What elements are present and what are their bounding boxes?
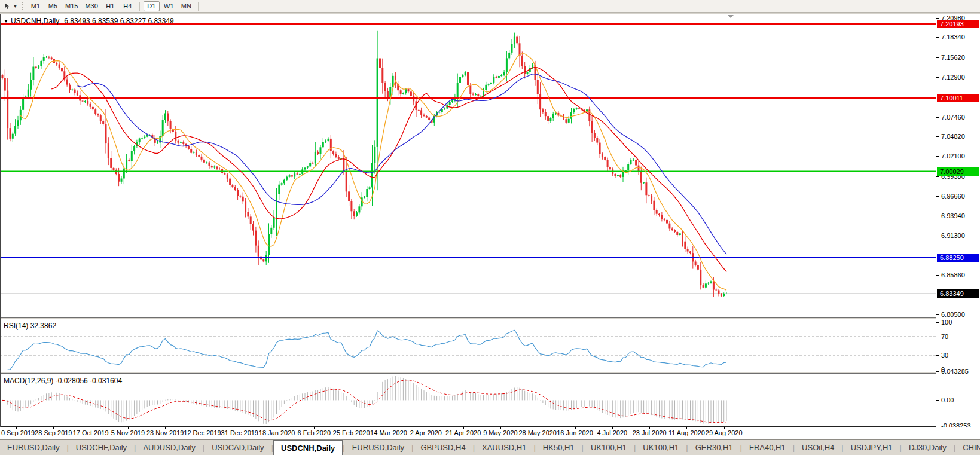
rsi-chart-canvas <box>0 319 936 372</box>
timeframe-h1-button[interactable]: H1 <box>102 1 118 11</box>
price-tick-label: 7.04820 <box>941 132 965 141</box>
price-tick-label: 7.12900 <box>941 73 965 81</box>
price-chart-pane[interactable]: ▼USDCNH,Daily6.83493 6.83539 6.83227 6.8… <box>0 14 936 317</box>
tick-mark <box>936 176 939 177</box>
tab-usdcad-daily[interactable]: USDCAD,Daily <box>204 440 271 455</box>
tab-usdcnh-daily[interactable]: USDCNH,Daily <box>273 440 343 455</box>
rsi-tick-label: 100 <box>941 318 952 326</box>
tick-mark <box>936 322 939 323</box>
tab-usdchf-daily[interactable]: USDCHF,Daily <box>69 440 134 455</box>
pane-separator <box>0 317 980 318</box>
tick-mark <box>936 37 939 38</box>
timeframe-buttons: M1M5M15M30H1H4D1W1MN <box>27 1 202 11</box>
tab-ger30-h1[interactable]: GER30,H1 <box>688 440 740 455</box>
tab-xauusd-h1[interactable]: XAUUSD,H1 <box>475 440 533 455</box>
tab-uk100-h1[interactable]: UK100,H1 <box>584 440 634 455</box>
chart-symbol: USDCNH,Daily <box>11 17 59 25</box>
timeframe-m1-button[interactable]: M1 <box>28 1 44 11</box>
toolbar-grip <box>22 2 23 10</box>
price-tick-label: 7.18340 <box>941 33 965 41</box>
price-tick-label: 7.07460 <box>941 113 965 121</box>
date-label: 2 Apr 2020 <box>410 429 442 436</box>
time-scale[interactable]: 10 Sep 201928 Sep 201917 Oct 20195 Nov 2… <box>0 427 980 439</box>
tab-dj30-daily[interactable]: DJ30,Daily <box>902 440 954 455</box>
timeframe-h4-button[interactable]: H4 <box>120 1 136 11</box>
tick-mark <box>936 77 939 78</box>
tick-mark <box>936 400 939 401</box>
tick-mark <box>936 371 939 372</box>
price-badge: 7.10011 <box>937 94 979 102</box>
price-scale[interactable]: 7.209807.183407.156207.129007.074607.048… <box>936 14 980 427</box>
timeframe-d1-button[interactable]: D1 <box>144 1 160 11</box>
date-label: 25 Feb 2020 <box>333 429 370 436</box>
tab-gbpusd-h4[interactable]: GBPUSD,H4 <box>414 440 473 455</box>
price-badge: 6.88250 <box>937 254 979 262</box>
date-label: 17 Oct 2019 <box>73 429 109 436</box>
date-label: 23 Jul 2020 <box>633 429 667 436</box>
timeframe-mn-button[interactable]: MN <box>178 1 194 11</box>
tick-mark <box>936 117 939 118</box>
chart-tab-bar: EURUSD,Daily|USDCHF,Daily|AUDUSD,Daily|U… <box>0 439 980 455</box>
tick-mark <box>936 57 939 58</box>
date-label: 28 May 2020 <box>518 429 557 436</box>
tab-uk100-h1[interactable]: UK100,H1 <box>636 440 686 455</box>
date-label: 4 Jul 2020 <box>597 429 627 436</box>
tick-mark <box>936 18 939 19</box>
tick-mark <box>936 370 939 370</box>
date-label: 23 Nov 2019 <box>146 429 184 436</box>
toolbar-separator <box>139 2 140 11</box>
price-tick-label: 6.80500 <box>941 310 965 319</box>
price-badge: 6.83349 <box>937 289 979 298</box>
date-label: 16 Jun 2020 <box>557 429 593 436</box>
collapse-triangle-icon: ▼ <box>4 19 8 24</box>
tick-mark <box>936 314 939 315</box>
tab-usoil-h4[interactable]: USOil,H4 <box>795 440 841 455</box>
rsi-tick-label: 30 <box>941 351 948 359</box>
macd-tick-label: 0.043285 <box>941 367 969 375</box>
timeframe-m30-button[interactable]: M30 <box>82 1 100 11</box>
chart-shift-marker-icon[interactable] <box>728 15 734 18</box>
tab-audusd-daily[interactable]: AUDUSD,Daily <box>136 440 202 455</box>
date-label: 28 Sep 2019 <box>35 429 72 436</box>
tab-fra40-h1[interactable]: FRA40,H1 <box>742 440 793 455</box>
timeframe-m5-button[interactable]: M5 <box>45 1 61 11</box>
price-badge: 7.20193 <box>937 20 979 28</box>
tab-hk50-h1[interactable]: HK50,H1 <box>536 440 582 455</box>
candlestick-chart-canvas <box>0 14 936 317</box>
price-tick-label: 7.02100 <box>941 152 965 160</box>
date-label: 12 Dec 2019 <box>184 429 221 436</box>
cursor-icon <box>4 2 11 10</box>
macd-indicator-pane[interactable]: MACD(12,26,9) -0.028056 -0.031604 <box>0 374 936 426</box>
date-label: 29 Aug 2020 <box>706 429 743 436</box>
date-label: 31 Dec 2019 <box>221 429 258 436</box>
date-label: 18 Jan 2020 <box>259 429 295 436</box>
tick-mark <box>936 136 939 137</box>
tab-usdjpy-h1[interactable]: USDJPY,H1 <box>844 440 900 455</box>
date-label: 6 Feb 2020 <box>298 429 331 436</box>
rsi-indicator-pane[interactable]: RSI(14) 32.3862 <box>0 319 936 372</box>
timeframe-m15-button[interactable]: M15 <box>62 1 81 11</box>
dropdown-caret-icon[interactable]: ▼ <box>12 1 19 11</box>
price-tick-label: 6.96660 <box>941 192 965 200</box>
price-tick-label: 7.15620 <box>941 53 965 62</box>
tab-china300-h1[interactable]: CHINA300,H1 <box>955 440 980 455</box>
rsi-label: RSI(14) 32.3862 <box>4 322 56 330</box>
date-label: 11 Aug 2020 <box>668 429 705 436</box>
macd-tick-label: 0.00 <box>941 396 954 404</box>
price-tick-label: 6.91300 <box>941 231 965 240</box>
toolbar-separator <box>198 2 199 11</box>
price-tick-label: 6.93940 <box>941 212 965 220</box>
macd-chart-canvas <box>0 374 936 426</box>
price-tick-label: 6.85860 <box>941 271 965 279</box>
tick-mark <box>936 196 939 197</box>
timeframe-toolbar: ▼ M1M5M15M30H1H4D1W1MN <box>0 0 980 13</box>
timeframe-w1-button[interactable]: W1 <box>161 1 177 11</box>
date-label: 10 Sep 2019 <box>0 429 35 436</box>
chart-ohlc-readout: 6.83493 6.83539 6.83227 6.83349 <box>64 17 174 25</box>
tab-eurusd-daily[interactable]: EURUSD,Daily <box>345 440 411 455</box>
tab-eurusd-daily[interactable]: EURUSD,Daily <box>0 440 66 455</box>
date-label: 14 Mar 2020 <box>370 429 407 436</box>
chart-left-border <box>0 14 1 427</box>
price-badge: 7.00029 <box>937 167 979 176</box>
chart-cursor-tool-button[interactable] <box>2 1 12 11</box>
